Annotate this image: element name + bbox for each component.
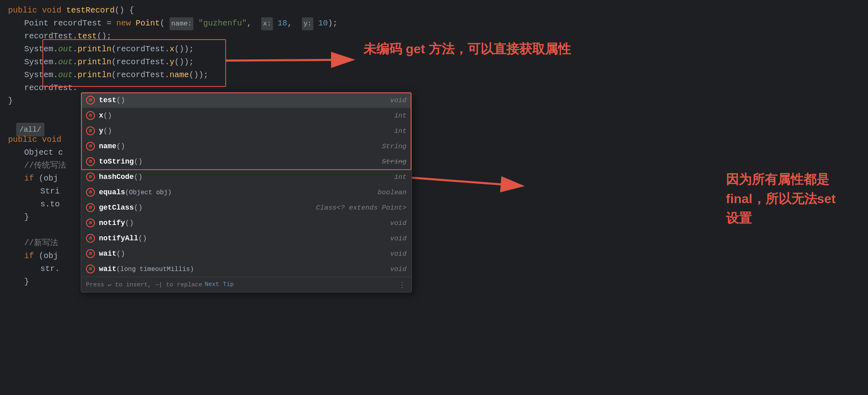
autocomplete-item-getclass[interactable]: m getClass() Class<? extends Point> — [81, 200, 411, 215]
number-10: 10 — [318, 17, 328, 30]
class-point: Point — [24, 17, 48, 30]
class-string-abbr: Stri — [40, 185, 60, 198]
println-1: println — [78, 43, 111, 56]
method-label-equals: equals(Object obj) — [99, 188, 370, 196]
next-tip-button[interactable]: Next Tip — [205, 281, 234, 288]
return-type-tostring: String — [374, 158, 407, 166]
annotation-text-2: 因为所有属性都是 final，所以无法set 设置 — [726, 170, 836, 228]
method-test-call: test — [78, 30, 97, 43]
method-icon-getclass: m — [86, 203, 95, 212]
autocomplete-item-wait2[interactable]: m wait(long timeoutMillis) void — [81, 261, 411, 277]
comment-traditional: //传统写法 — [24, 159, 66, 172]
keyword-public2: public — [8, 133, 37, 146]
param-hint-x: x: — [261, 17, 273, 30]
keyword-if1: if — [24, 172, 34, 185]
code-line-1: public void testRecord () { — [0, 4, 868, 17]
autocomplete-item-name[interactable]: m name() String — [81, 139, 411, 154]
autocomplete-footer: Press ↵ to insert, →| to replace Next Ti… — [81, 277, 411, 292]
method-icon-tostring: m — [86, 157, 95, 166]
method-icon-test: m — [86, 96, 95, 105]
class-object: Object — [24, 146, 53, 159]
autocomplete-item-x[interactable]: m x() int — [81, 108, 411, 123]
keyword-if2: if — [24, 250, 34, 263]
keyword-void: void — [42, 4, 61, 17]
param-hint-y: y: — [302, 17, 313, 30]
method-testrecord: testRecord — [66, 4, 115, 17]
return-type-y: int — [386, 127, 407, 135]
method-label-name: name() — [99, 142, 374, 150]
method-y: y — [170, 56, 174, 69]
method-icon-y: m — [86, 126, 95, 135]
autocomplete-item-hashcode[interactable]: m hashCode() int — [81, 169, 411, 185]
keyword-public: public — [8, 4, 37, 17]
method-icon-notifyall: m — [86, 234, 95, 243]
sys-out-2: out — [58, 56, 73, 69]
keyword-void2: void — [42, 133, 61, 146]
method-icon-wait1: m — [86, 249, 95, 258]
method-label-y: y() — [99, 127, 386, 135]
code-line-6: System. out . println (recordTest. name … — [0, 69, 868, 82]
method-label-tostring: toString() — [99, 158, 374, 166]
code-line-2: Point recordTest = new Point ( name: "gu… — [0, 17, 868, 30]
autocomplete-item-tostring[interactable]: m toString() String — [81, 154, 411, 169]
string-guzhenfu: "guzhenfu" — [198, 17, 247, 30]
number-18: 18 — [278, 17, 287, 30]
return-type-equals: boolean — [370, 189, 407, 196]
method-label-hashcode: hashCode() — [99, 173, 386, 181]
method-icon-equals: m — [86, 188, 95, 197]
method-x: x — [170, 43, 174, 56]
sys-out-3: out — [58, 69, 73, 82]
method-label-notify: notify() — [99, 219, 382, 227]
autocomplete-item-test[interactable]: m test() void — [81, 92, 411, 108]
method-icon-x: m — [86, 111, 95, 120]
method-label-getclass: getClass() — [99, 204, 308, 212]
return-type-test: void — [382, 97, 407, 104]
method-icon-notify: m — [86, 219, 95, 227]
method-label-test: test() — [99, 96, 382, 104]
method-label-wait1: wait() — [99, 250, 382, 258]
footer-more-button[interactable]: ⋮ — [398, 280, 407, 289]
method-label-notifyall: notifyAll() — [99, 234, 382, 242]
autocomplete-item-wait1[interactable]: m wait() void — [81, 246, 411, 261]
return-type-wait1: void — [382, 250, 407, 258]
method-icon-name: m — [86, 142, 95, 151]
return-type-hashcode: int — [386, 173, 407, 181]
method-icon-wait2: m — [86, 265, 95, 273]
return-type-getclass: Class<? extends Point> — [308, 204, 407, 212]
editor-container: public void testRecord () { Point record… — [0, 0, 868, 395]
method-label-wait2: wait(long timeoutMillis) — [99, 265, 382, 273]
keyword-new: new — [116, 17, 131, 30]
sys-out-1: out — [58, 43, 73, 56]
println-3: println — [78, 69, 111, 82]
method-label-x: x() — [99, 111, 386, 120]
autocomplete-item-notify[interactable]: m notify() void — [81, 215, 411, 231]
println-2: println — [78, 56, 111, 69]
return-type-x: int — [386, 112, 407, 120]
autocomplete-item-equals[interactable]: m equals(Object obj) boolean — [81, 185, 411, 200]
param-hint-name: name: — [170, 17, 193, 30]
footer-hint-text: Press ↵ to insert, →| to replace — [86, 281, 202, 288]
return-type-notify: void — [382, 219, 407, 227]
autocomplete-item-y[interactable]: m y() int — [81, 123, 411, 139]
return-type-name: String — [374, 143, 407, 150]
annotation-text-1: 未编码 get 方法，可以直接获取属性 — [363, 40, 571, 58]
return-type-wait2: void — [382, 265, 407, 273]
comment-new: //新写法 — [24, 237, 58, 250]
autocomplete-popup: m test() void m x() int m y() in — [81, 92, 412, 292]
method-icon-hashcode: m — [86, 172, 95, 181]
return-type-notifyall: void — [382, 235, 407, 242]
constructor-point: Point — [136, 17, 160, 30]
autocomplete-item-notifyall[interactable]: m notifyAll() void — [81, 231, 411, 246]
method-name-call: name — [170, 69, 189, 82]
